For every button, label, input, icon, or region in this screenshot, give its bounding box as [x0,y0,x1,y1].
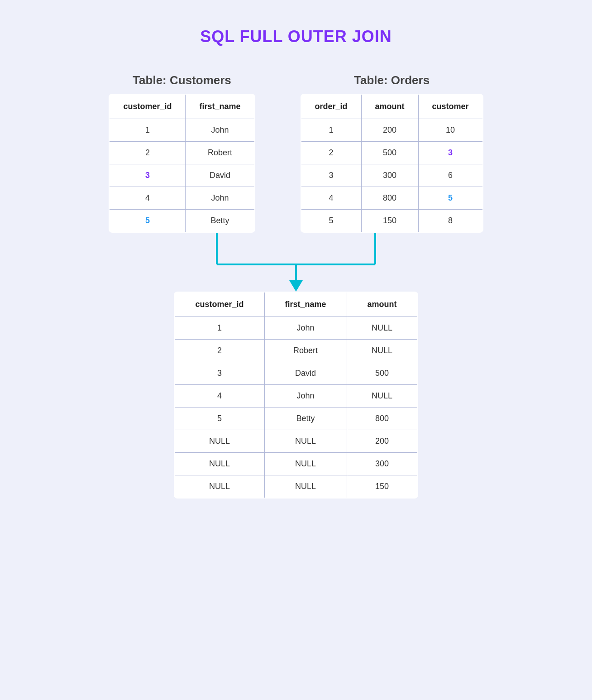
orders-cell-amount: 200 [361,119,418,142]
customers-cell-name: Betty [186,210,255,233]
svg-marker-4 [289,280,303,292]
customers-row: 5Betty [109,210,254,233]
orders-cell-customer: 8 [418,210,483,233]
customers-row: 3David [109,164,254,187]
customers-cell-id: 5 [109,210,186,233]
result-cell-id: 5 [174,408,264,430]
result-cell-amount: 500 [347,362,418,385]
result-cell-id: 1 [174,317,264,340]
orders-row: 25003 [301,142,483,164]
orders-cell-id: 4 [301,187,362,210]
result-cell-amount: 800 [347,408,418,430]
result-cell-amount: 150 [347,475,418,499]
result-row: NULLNULL150 [174,475,417,499]
result-cell-amount: 200 [347,430,418,453]
customers-cell-name: Robert [186,142,255,164]
result-cell-amount: 300 [347,453,418,475]
customers-cell-id: 3 [109,164,186,187]
customers-cell-id: 2 [109,142,186,164]
result-cell-id: NULL [174,453,264,475]
result-cell-id: 2 [174,340,264,362]
orders-col-amount: amount [361,94,418,119]
result-row: 2RobertNULL [174,340,417,362]
orders-col-customer: customer [418,94,483,119]
result-cell-name: David [264,362,347,385]
customers-label: Table: Customers [133,73,231,87]
orders-row: 120010 [301,119,483,142]
result-cell-id: 3 [174,362,264,385]
customers-table-container: Table: Customers customer_id first_name … [109,73,255,233]
result-cell-name: NULL [264,475,347,499]
top-tables-section: Table: Customers customer_id first_name … [18,73,574,233]
customers-cell-name: John [186,187,255,210]
connector-svg [138,233,454,292]
orders-cell-amount: 150 [361,210,418,233]
orders-table: order_id amount customer 120010250033300… [301,94,483,233]
result-cell-name: NULL [264,430,347,453]
result-col-id: customer_id [174,292,264,317]
orders-cell-customer: 5 [418,187,483,210]
result-cell-name: Betty [264,408,347,430]
customers-row: 4John [109,187,254,210]
result-cell-amount: NULL [347,340,418,362]
result-cell-amount: NULL [347,317,418,340]
orders-cell-amount: 800 [361,187,418,210]
orders-cell-id: 2 [301,142,362,164]
result-col-amount: amount [347,292,418,317]
orders-cell-amount: 300 [361,164,418,187]
orders-cell-customer: 6 [418,164,483,187]
result-row: 5Betty800 [174,408,417,430]
customers-col-id: customer_id [109,94,186,119]
result-cell-amount: NULL [347,385,418,408]
result-row: NULLNULL200 [174,430,417,453]
result-col-name: first_name [264,292,347,317]
result-cell-name: NULL [264,453,347,475]
result-row: 4JohnNULL [174,385,417,408]
result-cell-name: Robert [264,340,347,362]
orders-cell-customer: 3 [418,142,483,164]
result-cell-id: NULL [174,430,264,453]
orders-cell-id: 1 [301,119,362,142]
orders-table-container: Table: Orders order_id amount customer 1… [301,73,483,233]
customers-col-name: first_name [186,94,255,119]
orders-label: Table: Orders [354,73,430,87]
orders-cell-id: 5 [301,210,362,233]
result-cell-id: NULL [174,475,264,499]
result-table: customer_id first_name amount 1JohnNULL2… [174,292,418,499]
result-section: customer_id first_name amount 1JohnNULL2… [174,292,418,499]
orders-col-id: order_id [301,94,362,119]
orders-cell-customer: 10 [418,119,483,142]
result-row: NULLNULL300 [174,453,417,475]
result-row: 1JohnNULL [174,317,417,340]
customers-row: 2Robert [109,142,254,164]
customers-cell-name: David [186,164,255,187]
result-cell-name: John [264,317,347,340]
result-cell-id: 4 [174,385,264,408]
page-title: SQL FULL OUTER JOIN [200,27,392,46]
orders-cell-amount: 500 [361,142,418,164]
orders-row: 33006 [301,164,483,187]
orders-cell-id: 3 [301,164,362,187]
customers-cell-id: 4 [109,187,186,210]
result-row: 3David500 [174,362,417,385]
orders-row: 48005 [301,187,483,210]
customers-cell-name: John [186,119,255,142]
connector-section [138,233,454,292]
customers-cell-id: 1 [109,119,186,142]
customers-table: customer_id first_name 1John2Robert3Davi… [109,94,255,233]
result-cell-name: John [264,385,347,408]
orders-row: 51508 [301,210,483,233]
customers-row: 1John [109,119,254,142]
